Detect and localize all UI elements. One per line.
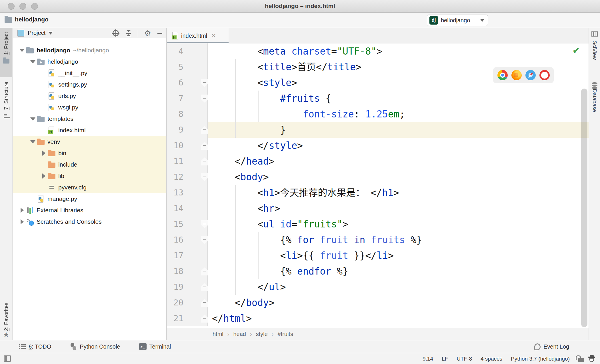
code-line-text[interactable]: </ul> bbox=[208, 279, 589, 295]
fold-start-icon[interactable] bbox=[201, 173, 208, 181]
tree-item-label: wsgi.py bbox=[58, 104, 78, 111]
code-line-text[interactable]: <ul id="fruits"> bbox=[208, 216, 589, 232]
close-icon[interactable]: ✕ bbox=[211, 32, 216, 39]
file-encoding[interactable]: UTF-8 bbox=[457, 356, 472, 362]
tree-item-wsgi-py[interactable]: wsgi.py bbox=[13, 102, 166, 113]
chevron-right-icon[interactable] bbox=[40, 151, 48, 156]
tool-window-toggle-icon[interactable] bbox=[4, 355, 11, 362]
breadcrumb-item-style[interactable]: style bbox=[256, 331, 268, 337]
tree-item-urls-py[interactable]: urls.py bbox=[13, 90, 166, 102]
breadcrumb-item-head[interactable]: head bbox=[233, 331, 246, 337]
tree-item-external-libraries[interactable]: External Libraries bbox=[13, 205, 166, 216]
code-line-text[interactable]: </style> bbox=[208, 138, 589, 153]
locate-file-icon[interactable] bbox=[113, 30, 119, 36]
fold-start-icon[interactable] bbox=[201, 79, 208, 87]
code-line-text[interactable]: {% endfor %} bbox=[208, 263, 589, 279]
chevron-right-icon[interactable] bbox=[40, 173, 48, 179]
code-line-text[interactable]: <h1>今天推荐的水果是： </h1> bbox=[208, 185, 589, 201]
tree-item-bin[interactable]: bin bbox=[13, 147, 166, 159]
code-line-text[interactable]: #fruits { bbox=[208, 91, 589, 106]
tool-button-structure[interactable]: 7: Structure bbox=[0, 82, 12, 142]
tree-item-scratches-and-consoles[interactable]: Scratches and Consoles bbox=[13, 216, 166, 227]
excluded-folder-icon bbox=[48, 161, 56, 169]
chevron-down-icon[interactable] bbox=[29, 117, 37, 121]
fold-end-icon[interactable] bbox=[201, 299, 208, 307]
code-line-text[interactable]: </head> bbox=[208, 153, 589, 169]
tool-button-project[interactable]: 1: Project bbox=[0, 28, 12, 77]
code-line-text[interactable]: </body> bbox=[208, 295, 589, 311]
project-panel-header[interactable]: Project ⚙ bbox=[13, 28, 166, 38]
code-line-10: 10 </style> bbox=[167, 138, 589, 153]
editor-scrollbar[interactable] bbox=[581, 89, 587, 327]
tool-button-python-console[interactable]: Python Console bbox=[70, 343, 120, 350]
tree-item-templates[interactable]: templates bbox=[13, 113, 166, 125]
tree-item-hellodjango[interactable]: hellodjango~/hellodjango bbox=[13, 45, 166, 56]
code-editor[interactable]: 4 <meta charset="UTF-8">5 <title>首页</tit… bbox=[167, 43, 589, 328]
chrome-icon[interactable] bbox=[497, 70, 508, 80]
code-line-text[interactable]: </html> bbox=[208, 311, 589, 326]
chevron-down-icon[interactable] bbox=[18, 49, 26, 52]
tab-index-html[interactable]: H index.html ✕ bbox=[167, 28, 229, 43]
inspections-ok-icon[interactable]: ✔ bbox=[572, 45, 580, 56]
breadcrumb-item--fruits[interactable]: #fruits bbox=[277, 331, 293, 337]
tree-item-manage-py[interactable]: manage.py bbox=[13, 193, 166, 205]
breadcrumb-separator: › bbox=[250, 331, 252, 337]
fold-start-icon[interactable] bbox=[201, 236, 208, 244]
caret-position[interactable]: 9:14 bbox=[423, 356, 433, 362]
chevron-down-icon[interactable] bbox=[29, 140, 37, 143]
fold-end-icon[interactable] bbox=[201, 157, 208, 165]
code-line-text[interactable]: {% for fruit in fruits %} bbox=[208, 232, 589, 248]
fold-end-icon[interactable] bbox=[201, 267, 208, 275]
tool-button-favorites[interactable]: 2: Favorites ★ bbox=[0, 277, 12, 338]
code-line-text[interactable]: <li>{{ fruit }}</li> bbox=[208, 248, 589, 263]
active-tab-underline bbox=[167, 42, 229, 43]
python-interpreter[interactable]: Python 3.7 (hellodjango) bbox=[511, 356, 570, 362]
hector-inspector-icon[interactable] bbox=[588, 355, 595, 363]
tree-item-venv[interactable]: venv bbox=[13, 136, 166, 147]
safari-icon[interactable] bbox=[525, 70, 536, 80]
tree-item-include[interactable]: include bbox=[13, 159, 166, 170]
code-line-text[interactable]: font-size: 1.25em; bbox=[208, 106, 589, 122]
breadcrumb-item-html[interactable]: html bbox=[213, 331, 223, 337]
tree-item-index-html[interactable]: Hindex.html bbox=[13, 125, 166, 136]
tool-button-database[interactable]: Database bbox=[589, 82, 600, 151]
tree-item-pyvenv-cfg[interactable]: pyvenv.cfg bbox=[13, 182, 166, 193]
indent-style[interactable]: 4 spaces bbox=[481, 356, 502, 362]
tool-button-terminal[interactable]: >_Terminal bbox=[139, 343, 171, 350]
run-configuration-select[interactable]: dj hellodjango bbox=[427, 15, 488, 26]
chevron-right-icon[interactable] bbox=[18, 219, 26, 224]
tree-item-lib[interactable]: lib bbox=[13, 170, 166, 182]
opera-icon[interactable] bbox=[539, 70, 550, 80]
collapse-all-icon[interactable] bbox=[125, 30, 131, 36]
code-line-text[interactable]: <body> bbox=[208, 169, 589, 185]
tree-item-hellodjango[interactable]: hellodjango bbox=[13, 56, 166, 67]
fold-start-icon[interactable] bbox=[201, 220, 208, 228]
event-log-button[interactable]: Event Log bbox=[534, 340, 569, 353]
tree-item--init-py[interactable]: __init__.py bbox=[13, 67, 166, 79]
fold-start-icon[interactable] bbox=[201, 95, 208, 103]
line-separator[interactable]: LF bbox=[442, 356, 448, 362]
tree-item-label: bin bbox=[58, 150, 66, 157]
chevron-right-icon[interactable] bbox=[18, 208, 26, 213]
code-line-text[interactable]: <hr> bbox=[208, 201, 589, 216]
gear-icon[interactable]: ⚙ bbox=[144, 29, 151, 37]
fold-end-icon[interactable] bbox=[201, 283, 208, 291]
tree-item-settings-py[interactable]: settings.py bbox=[13, 79, 166, 90]
hide-panel-icon[interactable] bbox=[157, 33, 162, 34]
fold-end-icon[interactable] bbox=[201, 126, 208, 134]
tool-button-todo[interactable]: 6: TODO bbox=[19, 343, 51, 350]
tree-item-label: index.html bbox=[58, 127, 86, 134]
navigation-bar[interactable]: hellodjango bbox=[5, 16, 49, 23]
gutter: 7 bbox=[167, 91, 208, 106]
fold-end-icon[interactable] bbox=[201, 142, 208, 150]
tool-button-sciview[interactable]: SciView bbox=[589, 31, 600, 86]
code-line-16: 16 {% for fruit in fruits %} bbox=[167, 232, 589, 248]
unlock-icon[interactable] bbox=[578, 358, 584, 362]
python-file-icon bbox=[48, 103, 56, 111]
package-folder-icon bbox=[37, 58, 45, 66]
firefox-icon[interactable] bbox=[511, 70, 522, 80]
code-line-text[interactable]: } bbox=[208, 122, 589, 138]
code-line-text[interactable]: <meta charset="UTF-8"> bbox=[208, 43, 589, 59]
fold-end-icon[interactable] bbox=[201, 315, 208, 323]
chevron-down-icon[interactable] bbox=[29, 60, 37, 63]
